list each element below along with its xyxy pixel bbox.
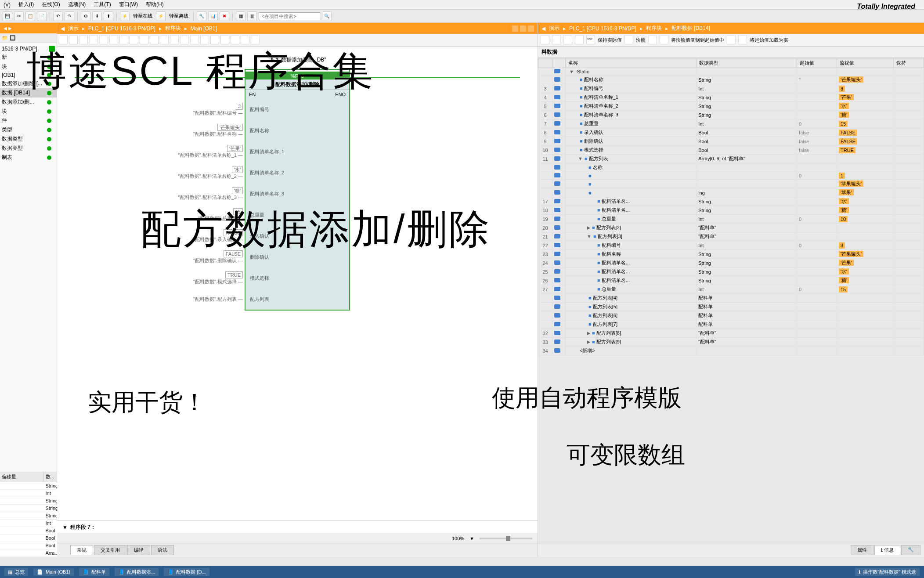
tb-icon[interactable] [99, 36, 108, 44]
table-row[interactable]: ■ '苹果罐头' [538, 180, 924, 188]
tab-diag[interactable]: 🔧 [901, 545, 920, 555]
monitor-icon[interactable]: 👓 [586, 36, 595, 44]
tree-item[interactable]: 数据添加/删... [0, 98, 57, 107]
tab-properties[interactable]: 属性 [851, 545, 873, 555]
tb-icon[interactable] [59, 36, 68, 44]
tb-icon[interactable] [660, 36, 668, 44]
fb-input[interactable]: '芒果'"配料数据".配料清单名称_1 —配料清单名称_1 [245, 141, 349, 162]
tb-icon[interactable] [119, 36, 128, 44]
layout-icon[interactable]: ▦ [236, 11, 245, 21]
table-row[interactable]: ■ 配方列表[6]配料单 [538, 311, 924, 320]
menu-item[interactable]: 窗口(W) [119, 1, 138, 8]
paste-icon[interactable]: 📄 [37, 11, 47, 21]
menu-item[interactable]: 工具(T) [94, 1, 111, 8]
tb-icon[interactable] [79, 36, 88, 44]
table-row[interactable]: ■ ing'苹果' [538, 188, 924, 197]
table-row[interactable]: ■ 名称 [538, 163, 924, 172]
table-row[interactable]: 3■ 配料编号Int3 [538, 84, 924, 93]
table-row[interactable]: 10■ 模式选择BoolfalseTRUE [538, 146, 924, 155]
tree-item[interactable]: 制表 [0, 153, 57, 162]
table-row[interactable]: ■ 配方列表[7]配料单 [538, 320, 924, 329]
tb-icon[interactable] [231, 36, 239, 44]
menu-item[interactable]: 在线(O) [42, 1, 60, 8]
tb-icon[interactable] [624, 36, 633, 44]
status-item[interactable]: 📘 配料数据添... [115, 568, 159, 576]
tb-icon[interactable] [150, 36, 159, 44]
table-row[interactable]: ■ 配方列表[5]配料单 [538, 303, 924, 311]
tb-icon[interactable] [648, 36, 657, 44]
table-row[interactable]: ■ 配料名称String'''芒果罐头' [538, 76, 924, 84]
table-row[interactable]: 5■ 配料清单名称_2String'水' [538, 102, 924, 111]
tree-item[interactable]: 数据 [DB14] [0, 88, 57, 98]
undo-icon[interactable]: ↶ [53, 11, 63, 21]
tool-icon[interactable]: 📊 [208, 11, 218, 21]
menu-item[interactable]: 选项(N) [68, 1, 86, 8]
col-start[interactable]: 起始值 [797, 58, 837, 68]
tree-item[interactable]: 块 [0, 62, 57, 71]
tb-icon[interactable] [738, 36, 747, 44]
tool-icon[interactable]: 🔧 [197, 11, 206, 21]
tab-xref[interactable]: 交叉引用 [94, 545, 126, 555]
snapshot-label[interactable]: 快照 [636, 37, 646, 43]
table-row[interactable]: 4■ 配料清单名称_1String'芒果' [538, 93, 924, 102]
tree-item[interactable]: 新 [0, 53, 57, 62]
fb-input[interactable]: '芒果罐头'"配料数据".配料名称 —配料名称 [245, 120, 349, 141]
tb-icon[interactable] [109, 36, 118, 44]
fb-input[interactable]: 3"配料数据".配料编号 —配料编号 [245, 99, 349, 120]
table-row[interactable]: 18■ 配料清单名...String'糖' [538, 206, 924, 215]
search-icon[interactable]: 🔍 [322, 11, 332, 21]
menu-item[interactable]: (V) [4, 2, 11, 8]
table-row[interactable]: 9■ 删除确认BoolfalseFALSE [538, 137, 924, 146]
table-row[interactable]: 32▶■ 配方列表[8]"配料单" [538, 329, 924, 338]
redo-icon[interactable]: ↷ [65, 11, 74, 21]
keep-actual-label[interactable]: 保持实际值 [598, 37, 622, 43]
table-row[interactable]: 27■ 总重量Int015 [538, 285, 924, 294]
nav-back-icon[interactable]: ◀ [541, 25, 545, 32]
tb-icon[interactable] [541, 36, 549, 44]
minimize-icon[interactable] [512, 25, 518, 32]
cross-icon[interactable]: ✖ [220, 11, 229, 21]
table-row[interactable]: 34 <新增> [538, 347, 924, 355]
search-input[interactable] [259, 12, 320, 20]
table-row[interactable]: 25■ 配料清单名...String'水' [538, 267, 924, 276]
online-icon[interactable]: ⚡ [120, 11, 130, 21]
table-row[interactable]: 8■ 录入确认BoolfalseFALSE [538, 128, 924, 137]
table-row[interactable]: ▼ Static [538, 68, 924, 76]
col-name[interactable]: 名称 [566, 58, 697, 68]
col-monitor[interactable]: 监视值 [837, 58, 893, 68]
tree-item[interactable]: 块 [0, 107, 57, 116]
copy-snap-label[interactable]: 将快照值复制到起始值中 [671, 37, 724, 43]
fb-input[interactable]: FALSE"配料数据".删除确认 —删除确认 [245, 246, 349, 267]
tb-icon[interactable] [89, 36, 98, 44]
tb-icon[interactable] [180, 36, 189, 44]
status-item[interactable]: 📘 配料单 [79, 568, 109, 576]
col-keep[interactable]: 保持 [893, 58, 924, 68]
tb-icon[interactable] [210, 36, 219, 44]
table-row[interactable]: 11▼■ 配方列表Array[0..9] of "配料单" [538, 155, 924, 163]
col-type[interactable]: 数据类型 [697, 58, 797, 68]
tb-icon[interactable] [170, 36, 179, 44]
collapse-icon[interactable]: ▼ [62, 524, 68, 531]
tb-icon[interactable] [200, 36, 209, 44]
status-item[interactable]: 📘 配料数据 [D... [164, 568, 209, 576]
tree-item[interactable]: 数据添加/删除 [... [0, 79, 57, 88]
offline-icon[interactable]: ⚡ [156, 11, 166, 21]
tree-item[interactable]: 数据类型 [0, 144, 57, 153]
fb-input[interactable]: 15"配料数据".总重量 —总重量 [245, 204, 349, 225]
tool-icon[interactable]: ✂ [14, 11, 24, 21]
table-row[interactable]: 7■ 总重量Int015 [538, 119, 924, 128]
go-offline-label[interactable]: 转至离线 [169, 13, 188, 19]
copy-icon[interactable]: 📋 [25, 11, 35, 21]
zoom-dropdown-icon[interactable]: ▼ [469, 536, 474, 541]
tree-tool-icon[interactable]: 📁 [2, 35, 8, 41]
nav-back-icon[interactable]: ◀ [61, 25, 65, 32]
table-row[interactable]: 20▶■ 配方列表[2]"配料单" [538, 224, 924, 232]
status-item[interactable]: 📄 Main (OB1) [33, 568, 74, 576]
table-row[interactable]: 33▶■ 配方列表[9]"配料单" [538, 338, 924, 347]
menu-item[interactable]: 帮助(H) [146, 1, 164, 8]
fb-input[interactable]: "配料数据".配方列表 —配方列表 [245, 289, 349, 310]
status-overview[interactable]: ▦ 总览 [4, 568, 28, 576]
upload-icon[interactable]: ⬆ [104, 11, 113, 21]
tb-icon[interactable] [552, 36, 561, 44]
tree-item[interactable]: 数据类型 [0, 134, 57, 144]
